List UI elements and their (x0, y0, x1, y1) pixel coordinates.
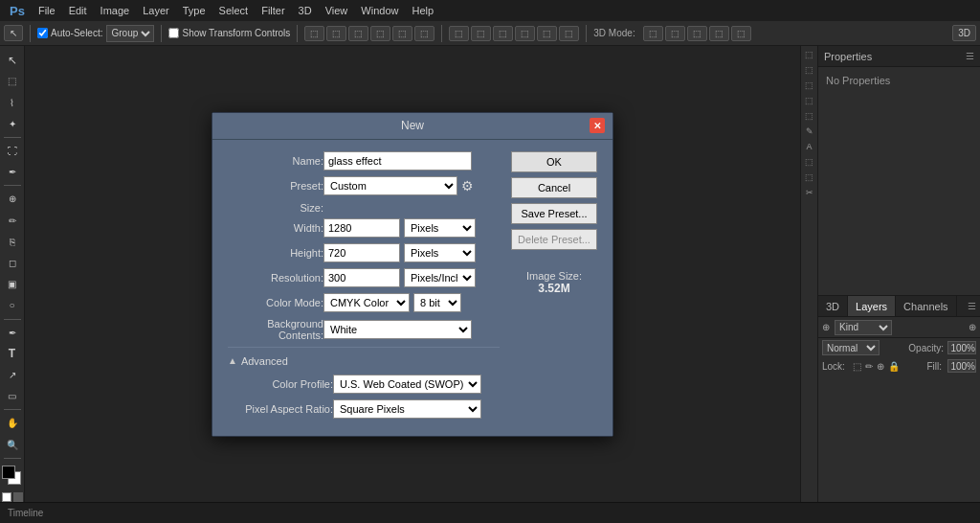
right-btn-10[interactable]: ✂ (803, 188, 816, 201)
app-logo: Ps (4, 4, 31, 18)
tool-path-select[interactable]: ↗ (2, 365, 23, 385)
menu-help[interactable]: Help (406, 3, 439, 18)
layers-blend-select[interactable]: Normal (822, 340, 880, 355)
ok-button[interactable]: OK (511, 151, 597, 172)
3d-btn-2[interactable]: ⬚ (665, 26, 685, 41)
3d-btn-3[interactable]: ⬚ (687, 26, 707, 41)
tool-magic-wand[interactable]: ✦ (2, 114, 23, 134)
preset-select[interactable]: Custom Default Photoshop Size US Paper I… (323, 176, 457, 195)
menu-window[interactable]: Window (355, 3, 404, 18)
right-btn-8[interactable]: ⬚ (803, 157, 816, 171)
resolution-unit-select[interactable]: Pixels/Inch Pixels/Cm (404, 268, 476, 287)
menu-layer[interactable]: Layer (137, 3, 175, 18)
right-btn-5[interactable]: ⬚ (803, 111, 816, 125)
layers-panel-menu-icon[interactable]: ☰ (964, 296, 980, 316)
right-btn-9[interactable]: ⬚ (803, 172, 816, 186)
menu-view[interactable]: View (320, 3, 354, 18)
align-btn-5[interactable]: ⬚ (392, 26, 412, 41)
colorprofile-select[interactable]: U.S. Web Coated (SWOP) v2 sRGB IEC61966-… (333, 375, 481, 394)
height-input[interactable] (323, 243, 400, 262)
save-preset-button[interactable]: Save Preset... (511, 203, 597, 224)
menu-file[interactable]: File (33, 3, 61, 18)
right-btn-4[interactable]: ⬚ (803, 96, 816, 109)
right-btn-7[interactable]: A (803, 142, 816, 155)
tool-brush[interactable]: ✏ (2, 210, 23, 230)
3d-btn-1[interactable]: ⬚ (643, 26, 663, 41)
tool-hand[interactable]: ✋ (2, 413, 23, 433)
foreground-color-swatch[interactable] (2, 466, 15, 479)
auto-select-checkbox[interactable] (37, 28, 48, 38)
advanced-toggle[interactable]: ▲ Advanced (228, 353, 500, 369)
lock-pixels-btn[interactable]: ✏ (865, 361, 873, 372)
height-unit-select[interactable]: Pixels Inches Centimeters (404, 243, 476, 262)
tool-pen[interactable]: ✒ (2, 323, 23, 343)
tool-eyedropper[interactable]: ✒ (2, 162, 23, 182)
tab-channels[interactable]: Channels (896, 296, 956, 316)
bgcontents-select[interactable]: White Background Color Transparent (323, 320, 472, 339)
show-transform-label: Show Transform Controls (182, 28, 290, 38)
tool-shape[interactable]: ▭ (2, 386, 23, 406)
distrib-btn-4[interactable]: ⬚ (515, 26, 535, 41)
colormode-select[interactable]: CMYK Color RGB Color Grayscale Bitmap La… (323, 293, 410, 312)
resolution-input[interactable] (323, 268, 400, 287)
tool-lasso[interactable]: ⌇ (2, 92, 23, 112)
distrib-btn-3[interactable]: ⬚ (493, 26, 513, 41)
tool-spot-heal[interactable]: ⊕ (2, 189, 23, 209)
align-btn-3[interactable]: ⬚ (348, 26, 368, 41)
right-btn-1[interactable]: ⬚ (803, 50, 816, 63)
tool-text[interactable]: T (2, 344, 23, 364)
quick-mask-on[interactable] (13, 492, 23, 502)
tool-select-rect[interactable]: ⬚ (2, 71, 23, 91)
lock-transparency-btn[interactable]: ⬚ (853, 361, 861, 372)
layers-filter-icon[interactable]: ⊕ (969, 322, 976, 332)
distrib-btn-2[interactable]: ⬚ (471, 26, 491, 41)
lock-all-btn[interactable]: 🔒 (888, 361, 900, 372)
tool-clone[interactable]: ⎘ (2, 232, 23, 252)
align-btn-1[interactable]: ⬚ (304, 26, 324, 41)
pixelaspect-select[interactable]: Square Pixels D1/DV NTSC (0.91) D1/DV PA… (333, 399, 481, 419)
tool-zoom[interactable]: 🔍 (2, 435, 23, 455)
fill-input[interactable] (947, 359, 976, 373)
align-btn-2[interactable]: ⬚ (326, 26, 346, 41)
tool-eraser[interactable]: ◻ (2, 253, 23, 273)
menu-edit[interactable]: Edit (63, 3, 93, 18)
cancel-button[interactable]: Cancel (511, 177, 597, 198)
group-select[interactable]: Group (106, 25, 154, 42)
name-input[interactable] (323, 151, 472, 171)
dialog-close-button[interactable]: ✕ (590, 118, 605, 133)
preset-icon-btn[interactable]: ⚙ (461, 178, 474, 193)
width-input[interactable] (323, 218, 400, 238)
distrib-btn-6[interactable]: ⬚ (559, 26, 579, 41)
distrib-btn-1[interactable]: ⬚ (449, 26, 469, 41)
menu-3d[interactable]: 3D (293, 3, 318, 18)
menu-image[interactable]: Image (95, 3, 136, 18)
3d-btn-5[interactable]: ⬚ (731, 26, 751, 41)
tab-layers[interactable]: Layers (848, 296, 896, 316)
tab-3d[interactable]: 3D (818, 296, 848, 316)
3d-btn-4[interactable]: ⬚ (709, 26, 729, 41)
properties-menu-icon[interactable]: ☰ (966, 51, 974, 61)
menu-filter[interactable]: Filter (256, 3, 290, 18)
tool-crop[interactable]: ⛶ (2, 141, 23, 161)
distrib-btn-5[interactable]: ⬚ (537, 26, 557, 41)
right-btn-2[interactable]: ⬚ (803, 65, 816, 79)
tool-move[interactable]: ↖ (2, 50, 23, 70)
quick-mask-off[interactable] (2, 492, 11, 502)
align-btn-6[interactable]: ⬚ (414, 26, 434, 41)
right-btn-3[interactable]: ⬚ (803, 80, 816, 94)
align-btn-4[interactable]: ⬚ (370, 26, 390, 41)
lock-position-btn[interactable]: ⊕ (877, 361, 884, 372)
menu-select[interactable]: Select (213, 3, 255, 18)
bitdepth-select[interactable]: 8 bit 16 bit 32 bit (413, 293, 461, 312)
layers-opacity-input[interactable] (947, 341, 976, 354)
toolbar-arrow[interactable]: ↖ (4, 25, 23, 41)
main-toolbar: ↖ Auto-Select: Group Show Transform Cont… (0, 21, 980, 46)
tool-gradient[interactable]: ▣ (2, 274, 23, 294)
menu-type[interactable]: Type (177, 3, 212, 18)
tool-dodge[interactable]: ○ (2, 295, 23, 315)
3d-right-btn[interactable]: 3D (952, 25, 976, 41)
show-transform-checkbox[interactable] (168, 28, 179, 38)
right-btn-6[interactable]: ✎ (803, 126, 816, 140)
width-unit-select[interactable]: Pixels Inches Centimeters (404, 218, 476, 238)
layers-kind-select[interactable]: Kind (835, 320, 892, 335)
